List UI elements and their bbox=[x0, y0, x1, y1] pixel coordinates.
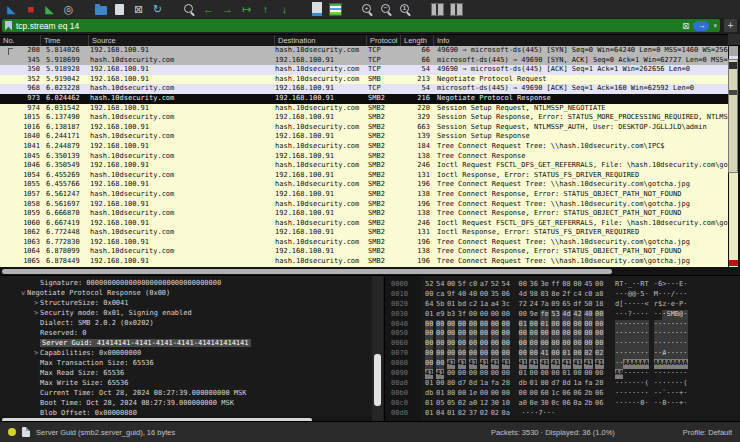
detail-row[interactable]: Dialect: SMB 2.0.2 (0x0202) bbox=[0, 318, 372, 328]
packet-row[interactable]: 3505.918928192.168.100.91hash.10dsecurit… bbox=[0, 65, 728, 75]
open-file-icon[interactable] bbox=[94, 3, 107, 16]
packet-list-scrollbar[interactable] bbox=[728, 46, 740, 267]
resize-columns-2-icon[interactable] bbox=[450, 3, 463, 16]
hex-row[interactable]: 00005254005fc0a7525400363eff08004500RT·_… bbox=[391, 280, 740, 290]
packet-row[interactable]: 3525.919042192.168.100.91hash.10dsecurit… bbox=[0, 75, 728, 85]
hex-row[interactable]: 006000000000000000000000000000000000····… bbox=[391, 339, 740, 349]
packet-row[interactable]: 10406.244171hash.10dsecurity.com192.168.… bbox=[0, 132, 728, 142]
resize-columns-icon[interactable] bbox=[431, 3, 444, 16]
filter-bookmark-icon[interactable] bbox=[5, 21, 12, 31]
expand-arrow-icon[interactable]: > bbox=[32, 348, 40, 358]
packet-row[interactable]: 10456.350139hash.10dsecurity.com192.168.… bbox=[0, 152, 728, 162]
column-header-protocol[interactable]: Protocol bbox=[366, 35, 400, 46]
detail-row[interactable]: Max Read Size: 65536 bbox=[0, 368, 372, 378]
capture-comment-icon[interactable] bbox=[22, 427, 30, 437]
packet-row[interactable]: 10556.455766192.168.100.91hash.10dsecuri… bbox=[0, 180, 728, 190]
detail-vscrollbar[interactable] bbox=[372, 276, 383, 423]
restart-capture-icon[interactable]: ◣ bbox=[43, 3, 56, 16]
hex-ascii: ·······(·······( bbox=[615, 379, 688, 387]
hex-row[interactable]: 008000004141414141414141414141414141··AA… bbox=[391, 359, 740, 369]
start-capture-icon[interactable]: ◣ bbox=[5, 3, 18, 16]
profile-selector[interactable]: Profile: Default bbox=[683, 428, 732, 437]
display-filter-input[interactable]: tcp.stream eq 14 ⊠ → ▾ bbox=[2, 19, 720, 32]
capture-options-icon[interactable]: ◎ bbox=[62, 3, 75, 16]
filter-dropdown-caret-icon[interactable]: ▾ bbox=[713, 19, 717, 32]
packet-row[interactable]: 2085.814026192.168.100.91hash.10dsecurit… bbox=[0, 46, 728, 56]
expert-info-icon[interactable] bbox=[8, 428, 16, 436]
add-filter-button[interactable]: + bbox=[723, 18, 738, 33]
reload-icon[interactable]: ↻ bbox=[151, 3, 164, 16]
hex-row[interactable]: 005000000000000000000000000000000000····… bbox=[391, 329, 740, 339]
hex-row[interactable]: 001000ca9f40400035064d98038e2fc4c0a8···@… bbox=[391, 290, 740, 300]
detail-row[interactable]: Signature: 00000000000000000000000000000… bbox=[0, 278, 372, 288]
packet-row[interactable]: 10466.350549192.168.100.91hash.10dsecuri… bbox=[0, 161, 728, 171]
packet-row[interactable]: 10646.878099hash.10dsecurity.com192.168.… bbox=[0, 247, 728, 257]
find-packet-icon[interactable] bbox=[183, 3, 196, 16]
close-file-icon[interactable]: ⊠ bbox=[132, 3, 145, 16]
packet-row[interactable]: 10656.878449192.168.100.91hash.10dsecuri… bbox=[0, 257, 728, 267]
column-header-info[interactable]: Info bbox=[433, 35, 728, 46]
detail-row[interactable]: Server Guid: 41414141-4141-4141-4141-414… bbox=[0, 338, 372, 348]
gut bbox=[0, 247, 14, 257]
packet-row[interactable]: 10626.772448hash.10dsecurity.com192.168.… bbox=[0, 228, 728, 238]
go-first-packet-icon[interactable]: ↑ bbox=[259, 3, 272, 16]
detail-row[interactable]: Current Time: Oct 28, 2024 08:27:39.0000… bbox=[0, 388, 372, 398]
colorize-icon[interactable] bbox=[329, 3, 342, 16]
packet-row[interactable]: 9746.031542192.168.100.91hash.10dsecurit… bbox=[0, 104, 728, 114]
detail-row[interactable]: >Capabilities: 0x00000000 bbox=[0, 348, 372, 358]
packet-row[interactable]: 10586.561697192.168.100.91hash.10dsecuri… bbox=[0, 200, 728, 210]
column-header-time[interactable]: Time bbox=[40, 35, 88, 46]
go-back-icon[interactable]: ← bbox=[202, 3, 215, 16]
packet-row[interactable]: 10416.244879192.168.100.91hash.10dsecuri… bbox=[0, 142, 728, 152]
expand-arrow-icon[interactable]: > bbox=[32, 308, 40, 318]
hex-row[interactable]: 00c001050502a0123010a00e300c060a2b06····… bbox=[391, 399, 740, 409]
hex-row[interactable]: 0020645b01bdc21aa43c72247a0965df5018d[··… bbox=[391, 300, 740, 310]
zoom-reset-icon[interactable]: 1 bbox=[399, 3, 412, 16]
packet-row[interactable]: 10606.667419192.168.100.91hash.10dsecuri… bbox=[0, 219, 728, 229]
packet-row[interactable]: 9686.023228hash.10dsecurity.com192.168.1… bbox=[0, 84, 728, 94]
go-forward-icon[interactable]: → bbox=[221, 3, 234, 16]
minimap-thumb[interactable] bbox=[728, 59, 738, 173]
detail-row[interactable]: vNegotiate Protocol Response (0x00) bbox=[0, 288, 372, 298]
packet-list-hscroll-thumb[interactable] bbox=[2, 269, 612, 274]
column-header-destination[interactable]: Destination bbox=[274, 35, 366, 46]
packet-list-hscrollbar[interactable] bbox=[0, 267, 740, 275]
hex-row[interactable]: 004000000000000000000100010000000000····… bbox=[391, 320, 740, 330]
packet-row[interactable]: 10636.772830192.168.100.91hash.10dsecuri… bbox=[0, 238, 728, 248]
hex-row[interactable]: 00a0010080d78d1afa28db0180d78d1afa28····… bbox=[391, 379, 740, 389]
auto-scroll-icon[interactable] bbox=[310, 3, 323, 16]
packet-row[interactable]: 10546.455269hash.10dsecurity.com192.168.… bbox=[0, 171, 728, 181]
go-last-packet-icon[interactable]: ↓ bbox=[278, 3, 291, 16]
filter-value[interactable]: tcp.stream eq 14 bbox=[16, 21, 678, 31]
packet-row[interactable]: 10166.138187192.168.100.91hash.10dsecuri… bbox=[0, 123, 728, 133]
hex-row[interactable]: 00d0010401823702020a····7··· bbox=[391, 409, 740, 419]
hex-row[interactable]: 009041410000000000000100000001000000AA··… bbox=[391, 369, 740, 379]
detail-row[interactable]: Reserved: 0 bbox=[0, 328, 372, 338]
detail-row[interactable]: >StructureSize: 0x0041 bbox=[0, 298, 372, 308]
hex-row[interactable]: 00b0db0180001e0000000000601c06062b06····… bbox=[391, 389, 740, 399]
column-header-source[interactable]: Source bbox=[88, 35, 274, 46]
packet-row[interactable]: 9736.024462hash.10dsecurity.com192.168.1… bbox=[0, 94, 728, 104]
column-header-length[interactable]: Length bbox=[400, 35, 433, 46]
zoom-out-icon[interactable]: − bbox=[380, 3, 393, 16]
column-header-no[interactable]: No. bbox=[0, 35, 40, 46]
detail-vscroll-thumb[interactable] bbox=[374, 354, 381, 406]
go-to-packet-icon[interactable]: ↦ bbox=[240, 3, 253, 16]
detail-row[interactable]: Boot Time: Oct 28, 2024 08:27:39.0000000… bbox=[0, 398, 372, 408]
apply-filter-button[interactable]: → bbox=[693, 21, 709, 31]
detail-row[interactable]: Max Write Size: 65536 bbox=[0, 378, 372, 388]
collapse-arrow-icon[interactable]: v bbox=[19, 288, 27, 298]
packet-row[interactable]: 3455.918699hash.10dsecurity.com192.168.1… bbox=[0, 56, 728, 66]
stop-capture-icon[interactable]: ■ bbox=[24, 3, 37, 16]
zoom-in-icon[interactable]: + bbox=[361, 3, 374, 16]
packet-row[interactable]: 10576.561247hash.10dsecurity.com192.168.… bbox=[0, 190, 728, 200]
clear-filter-icon[interactable]: ⊠ bbox=[682, 19, 690, 32]
expand-arrow-icon[interactable]: > bbox=[32, 298, 40, 308]
packet-row[interactable]: 10596.666870hash.10dsecurity.com192.168.… bbox=[0, 209, 728, 219]
save-file-icon[interactable] bbox=[113, 3, 126, 16]
hex-row[interactable]: 003001e9b33f00000000009efe534d424000···?… bbox=[391, 310, 740, 320]
detail-row[interactable]: >Security mode: 0x01, Signing enabled bbox=[0, 308, 372, 318]
packet-row[interactable]: 10156.137490hash.10dsecurity.com192.168.… bbox=[0, 113, 728, 123]
hex-row[interactable]: 007000000000000000000000410001000202····… bbox=[391, 349, 740, 359]
detail-row[interactable]: Max Transaction Size: 65536 bbox=[0, 358, 372, 368]
